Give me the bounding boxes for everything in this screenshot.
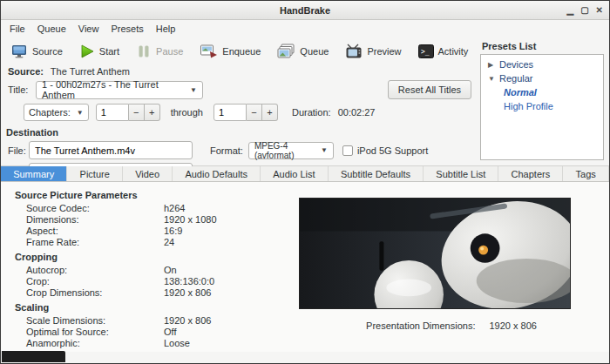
ipod-support-checkbox[interactable]: iPod 5G Support	[342, 145, 428, 156]
toolbar: Source Start Pause	[1, 37, 480, 65]
duration-label: Duration:	[292, 107, 331, 118]
param-row: Scale Dimensions:1920 x 806	[26, 315, 288, 326]
param-row: Anamorphic:Loose	[26, 338, 288, 348]
param-label: Dimensions:	[26, 214, 164, 225]
preview-icon	[345, 44, 363, 59]
format-label: Format:	[210, 145, 243, 156]
enqueue-button[interactable]: Enqueue	[195, 42, 265, 61]
tab-summary[interactable]: Summary	[1, 166, 67, 181]
queue-button-label: Queue	[300, 46, 329, 57]
svg-text:>_: >_	[421, 48, 430, 56]
param-value: 1920 x 806	[164, 315, 211, 326]
start-button-label: Start	[99, 46, 119, 57]
param-value: h264	[164, 203, 185, 213]
presentation-dimensions: Presentation Dimensions: 1920 x 806	[294, 320, 609, 331]
tab-video[interactable]: Video	[123, 166, 173, 181]
param-label: Crop Dimensions:	[26, 287, 164, 298]
param-label: Source Codec:	[26, 203, 164, 213]
param-row: Crop Dimensions:1920 x 806	[26, 287, 288, 298]
param-row: Optimal for Source:Off	[26, 327, 288, 337]
param-label: Scale Dimensions:	[26, 315, 164, 326]
expander-collapsed-icon: ▶	[488, 61, 495, 69]
format-select-value: MPEG-4 (avformat)	[254, 141, 315, 160]
reset-all-titles-button[interactable]: Reset All Titles	[388, 80, 471, 99]
close-icon[interactable]: ✕	[596, 6, 603, 15]
tab-chapters[interactable]: Chapters	[498, 166, 563, 181]
param-label: Crop:	[26, 276, 164, 286]
through-label: through	[171, 107, 203, 118]
taskbar-fragment	[2, 351, 65, 362]
enqueue-button-label: Enqueue	[222, 46, 261, 57]
file-row: File: Format: MPEG-4 (avformat) ▼ iPod 5…	[1, 139, 480, 161]
source-icon	[10, 44, 28, 59]
title-select[interactable]: 1 - 00h02m27s - The Turret Anthem ▼	[36, 81, 203, 99]
activity-button[interactable]: >_ Activity	[414, 43, 473, 60]
source-button-label: Source	[32, 46, 63, 57]
chevron-down-icon: ▼	[321, 146, 328, 154]
source-parameters: Source Picture Parameters Source Codec:h…	[1, 182, 288, 352]
menu-presets[interactable]: Presets	[105, 22, 149, 36]
checkbox-icon	[342, 145, 353, 156]
section-heading: Scaling	[15, 302, 288, 313]
tab-tags[interactable]: Tags	[563, 166, 609, 181]
title-label: Title:	[8, 84, 36, 95]
presets-heading: Presets List	[480, 38, 604, 54]
duration: Duration: 00:02:27	[292, 107, 376, 118]
chapter-start-plus-button[interactable]: +	[145, 104, 160, 121]
param-row: Frame Rate:24	[26, 237, 288, 247]
section-heading: Cropping	[15, 252, 288, 262]
preset-folder-devices[interactable]: ▶ Devices	[481, 57, 603, 71]
start-button[interactable]: Start	[75, 42, 124, 61]
expander-expanded-icon: ▼	[488, 75, 495, 83]
param-value: 1920 x 1080	[164, 214, 217, 225]
param-label: Autocrop:	[26, 265, 164, 275]
source-label: Source:	[8, 66, 44, 77]
destination-heading: Destination	[1, 124, 480, 139]
title-row: Title: 1 - 00h02m27s - The Turret Anthem…	[1, 78, 480, 102]
preview-button[interactable]: Preview	[341, 42, 405, 61]
queue-button[interactable]: Queue	[273, 42, 333, 61]
activity-icon: >_	[418, 44, 434, 58]
file-name-input[interactable]	[29, 141, 193, 159]
activity-button-label: Activity	[438, 46, 469, 57]
menu-file[interactable]: File	[3, 22, 31, 36]
chapter-end-minus-button[interactable]: −	[247, 104, 262, 121]
param-label: Aspect:	[26, 226, 164, 236]
chapters-mode-select[interactable]: Chapters: ▼	[24, 104, 89, 121]
handbrake-window: HandBrake ▁ ▢ ✕ File Queue View Presets …	[0, 0, 610, 364]
tab-audio-list[interactable]: Audio List	[261, 166, 329, 181]
param-value: 16:9	[164, 226, 182, 236]
preset-item-label: High Profile	[504, 101, 553, 111]
menu-queue[interactable]: Queue	[31, 22, 72, 36]
chapter-end-plus-button[interactable]: +	[262, 104, 278, 121]
preset-item-normal[interactable]: Normal	[481, 85, 603, 99]
format-select[interactable]: MPEG-4 (avformat) ▼	[248, 142, 334, 159]
tab-subtitle-defaults[interactable]: Subtitle Defaults	[329, 166, 424, 181]
tab-audio-defaults[interactable]: Audio Defaults	[173, 166, 261, 181]
source-button[interactable]: Source	[6, 43, 67, 61]
param-row: Dimensions:1920 x 1080	[26, 214, 288, 225]
minimize-icon[interactable]: ▁	[566, 6, 573, 15]
preset-folder-regular[interactable]: ▼ Regular	[481, 71, 603, 85]
chapter-start-minus-button[interactable]: −	[129, 104, 145, 121]
maximize-icon[interactable]: ▢	[580, 6, 588, 15]
menu-view[interactable]: View	[72, 22, 105, 36]
preset-folder-label: Regular	[499, 73, 533, 84]
tab-subtitle-list[interactable]: Subtitle List	[424, 166, 498, 181]
chapter-start-input[interactable]	[96, 104, 129, 121]
param-row: Autocrop:On	[26, 265, 288, 275]
param-value: 24	[164, 237, 174, 247]
param-label: Frame Rate:	[26, 237, 164, 247]
tab-picture[interactable]: Picture	[67, 166, 123, 181]
pause-button[interactable]: Pause	[132, 42, 187, 61]
preset-item-high-profile[interactable]: High Profile	[481, 99, 603, 113]
summary-tab-content: Source Picture Parameters Source Codec:h…	[1, 182, 609, 352]
chapter-end-input[interactable]	[214, 104, 247, 121]
source-line: Source: The Turret Anthem	[1, 65, 480, 78]
menu-help[interactable]: Help	[150, 22, 182, 36]
ipod-support-label: iPod 5G Support	[357, 145, 428, 156]
param-row: Crop:138:136:0:0	[26, 276, 288, 286]
settings-tabs: Summary Picture Video Audio Defaults Aud…	[1, 165, 609, 182]
chevron-down-icon: ▼	[190, 86, 197, 94]
chapter-end-stepper: − +	[214, 104, 278, 121]
